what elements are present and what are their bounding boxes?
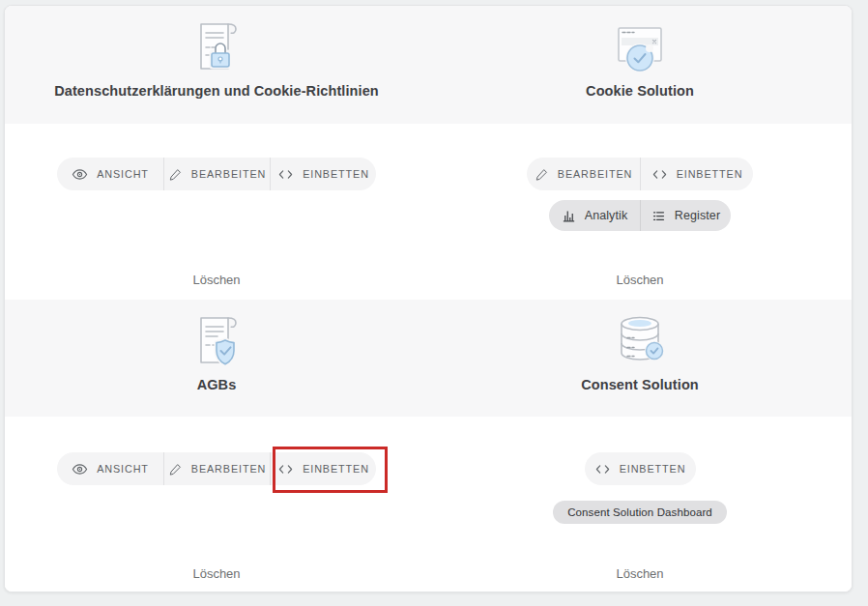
cookie-actions-group: BEARBEITEN EINBETTEN (527, 158, 753, 190)
consent-header: Consent Solution (428, 300, 852, 417)
agb-view-label: ANSICHT (97, 463, 149, 475)
agb-actions-group: ANSICHT BEARBEITEN EINBETTEN (57, 452, 376, 485)
privacy-edit-label: BEARBEITEN (191, 168, 266, 180)
privacy-view-button[interactable]: ANSICHT (57, 158, 163, 190)
cookie-embed-label: EINBETTEN (677, 168, 743, 180)
agb-title: AGBs (197, 377, 237, 392)
privacy-title: Datenschutzerklärungen und Cookie-Richtl… (54, 83, 379, 99)
consent-dashboard-button[interactable]: Consent Solution Dashboard (553, 501, 727, 524)
code-brackets-icon (651, 166, 668, 183)
bar-chart-icon (562, 209, 576, 223)
pencil-icon (168, 462, 183, 476)
code-brackets-icon (277, 166, 294, 183)
cookie-delete-link[interactable]: Löschen (616, 273, 663, 287)
database-check-icon (613, 310, 667, 370)
eye-icon (72, 166, 88, 183)
privacy-edit-button[interactable]: BEARBEITEN (163, 158, 270, 190)
cookie-actions: BEARBEITEN EINBETTEN Analytik (428, 124, 852, 300)
cookie-header: Cookie Solution (428, 6, 852, 124)
privacy-delete-link[interactable]: Löschen (192, 273, 240, 287)
cookie-embed-button[interactable]: EINBETTEN (640, 158, 753, 190)
actions-row-top: ANSICHT BEARBEITEN EINBETTEN (5, 124, 852, 300)
documents-panel: Datenschutzerklärungen und Cookie-Richtl… (4, 5, 853, 592)
consent-embed-label: EINBETTEN (620, 463, 686, 475)
list-icon (651, 209, 666, 223)
consent-title: Consent Solution (581, 377, 699, 392)
cookie-edit-label: BEARBEITEN (558, 168, 632, 180)
eye-icon (72, 461, 88, 477)
agb-header: AGBs (5, 300, 428, 417)
cookie-secondary-group: Analytik Register (549, 200, 731, 231)
cookie-edit-button[interactable]: BEARBEITEN (527, 158, 640, 190)
pencil-icon (535, 167, 549, 182)
pencil-icon (168, 167, 183, 182)
agb-embed-label: EINBETTEN (303, 463, 369, 475)
cookie-title: Cookie Solution (586, 83, 694, 99)
cookie-analytics-label: Analytik (585, 209, 628, 222)
cookie-register-button[interactable]: Register (640, 200, 731, 231)
agb-delete-link[interactable]: Löschen (192, 566, 240, 581)
privacy-header: Datenschutzerklärungen und Cookie-Richtl… (5, 6, 428, 124)
page-background: Datenschutzerklärungen und Cookie-Richtl… (0, 0, 868, 606)
code-brackets-icon (277, 461, 294, 477)
header-row-bottom: AGBs Consent Solution (5, 300, 852, 417)
consent-actions: EINBETTEN Consent Solution Dashboard Lös… (428, 417, 852, 592)
document-shield-icon (189, 310, 244, 370)
agb-actions: ANSICHT BEARBEITEN EINBETTEN (5, 417, 428, 592)
consent-actions-group: EINBETTEN (585, 452, 696, 485)
agb-edit-label: BEARBEITEN (191, 463, 266, 475)
privacy-actions-group: ANSICHT BEARBEITEN EINBETTEN (57, 158, 376, 190)
agb-edit-button[interactable]: BEARBEITEN (163, 452, 270, 485)
agb-view-button[interactable]: ANSICHT (57, 452, 163, 485)
privacy-embed-label: EINBETTEN (303, 168, 369, 180)
privacy-actions: ANSICHT BEARBEITEN EINBETTEN (5, 124, 428, 300)
header-row-top: Datenschutzerklärungen und Cookie-Richtl… (5, 6, 852, 124)
privacy-view-label: ANSICHT (97, 168, 149, 180)
privacy-embed-button[interactable]: EINBETTEN (270, 158, 376, 190)
agb-embed-button[interactable]: EINBETTEN (270, 452, 376, 485)
cookie-register-label: Register (675, 209, 720, 222)
consent-delete-link[interactable]: Löschen (616, 566, 663, 581)
actions-row-bottom: ANSICHT BEARBEITEN EINBETTEN (5, 417, 852, 592)
document-lock-icon (189, 16, 244, 76)
browser-cookie-icon (613, 16, 667, 76)
cookie-analytics-button[interactable]: Analytik (549, 200, 640, 231)
code-brackets-icon (594, 461, 611, 477)
consent-embed-button[interactable]: EINBETTEN (585, 452, 696, 485)
